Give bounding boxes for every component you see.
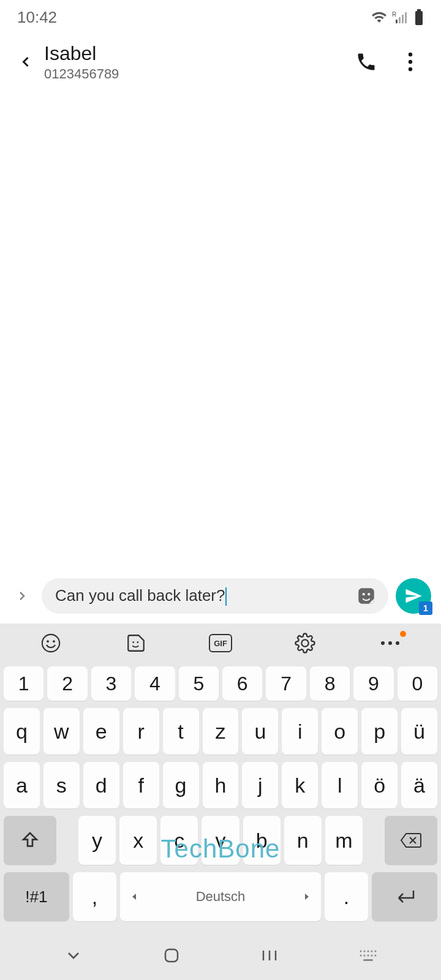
svg-point-22 (396, 641, 399, 645)
nav-recent[interactable] (251, 937, 288, 974)
key-5[interactable]: 5 (179, 666, 219, 701)
home-icon (162, 946, 181, 965)
key-t[interactable]: t (163, 708, 199, 755)
key-6[interactable]: 6 (222, 666, 262, 701)
key-w[interactable]: w (43, 708, 80, 755)
key-c[interactable]: c (160, 816, 198, 865)
key-e[interactable]: e (83, 708, 119, 755)
key-8[interactable]: 8 (310, 666, 350, 701)
svg-point-36 (375, 955, 377, 957)
emoji-button[interactable] (35, 627, 67, 659)
compose-input[interactable]: Can you call back later? (42, 578, 388, 614)
letter-row-3: y x c v b n m (4, 816, 437, 865)
phone-icon (355, 51, 377, 73)
more-options-button[interactable] (397, 48, 424, 75)
key-1[interactable]: 1 (4, 666, 43, 701)
key-o[interactable]: o (322, 708, 358, 755)
key-r[interactable]: r (123, 708, 159, 755)
key-j[interactable]: j (242, 762, 278, 809)
gif-icon: GIF (208, 633, 233, 653)
key-f[interactable]: f (123, 762, 159, 809)
key-l[interactable]: l (322, 762, 358, 809)
key-oe[interactable]: ö (361, 762, 398, 809)
send-button[interactable]: 1 (396, 578, 431, 614)
key-n[interactable]: n (284, 816, 322, 865)
enter-key[interactable] (372, 872, 437, 921)
notification-dot (400, 631, 406, 637)
svg-rect-3 (402, 15, 404, 23)
status-bar: 10:42 R (0, 0, 441, 34)
svg-point-17 (137, 641, 138, 643)
compose-row: Can you call back later? 1 (0, 572, 441, 624)
key-ae[interactable]: ä (401, 762, 437, 809)
svg-point-31 (375, 951, 377, 952)
sticker-button[interactable] (354, 584, 379, 608)
key-s[interactable]: s (43, 762, 80, 809)
key-u[interactable]: u (242, 708, 278, 755)
nav-hide-keyboard[interactable] (55, 937, 92, 974)
key-0[interactable]: 0 (398, 666, 437, 701)
settings-button[interactable] (289, 627, 321, 659)
key-v[interactable]: v (202, 816, 239, 865)
nav-home[interactable] (153, 937, 190, 974)
key-y[interactable]: y (78, 816, 116, 865)
key-a[interactable]: a (4, 762, 40, 809)
nav-keyboard-switch[interactable] (349, 937, 386, 974)
more-keyboard-button[interactable] (374, 627, 406, 659)
key-2[interactable]: 2 (47, 666, 87, 701)
comma-key[interactable]: , (73, 872, 116, 921)
key-i[interactable]: i (282, 708, 318, 755)
period-key[interactable]: . (325, 872, 368, 921)
arrow-right-icon (303, 892, 310, 901)
key-h[interactable]: h (203, 762, 239, 809)
gear-icon (295, 633, 315, 654)
key-d[interactable]: d (83, 762, 119, 809)
key-4[interactable]: 4 (135, 666, 175, 701)
sim-badge: 1 (419, 601, 432, 615)
back-button[interactable] (12, 48, 39, 75)
key-9[interactable]: 9 (353, 666, 393, 701)
gif-button[interactable]: GIF (205, 627, 236, 659)
more-vertical-icon (408, 52, 413, 72)
chevron-left-icon (17, 53, 34, 70)
signal-icon: R (392, 11, 409, 23)
key-m[interactable]: m (325, 816, 363, 865)
space-key[interactable]: Deutsch (120, 872, 321, 921)
svg-point-12 (368, 593, 370, 595)
key-7[interactable]: 7 (266, 666, 306, 701)
svg-point-27 (360, 951, 362, 952)
contact-info[interactable]: Isabel 0123456789 (44, 42, 353, 82)
key-p[interactable]: p (361, 708, 398, 755)
shift-key[interactable] (4, 816, 56, 865)
expand-button[interactable] (10, 584, 34, 608)
emoji-icon (40, 633, 61, 654)
symbols-key[interactable]: !#1 (4, 872, 69, 921)
backspace-key[interactable] (385, 816, 437, 865)
key-3[interactable]: 3 (91, 666, 131, 701)
recent-icon (261, 948, 278, 963)
svg-point-34 (368, 955, 369, 957)
key-k[interactable]: k (282, 762, 318, 809)
call-button[interactable] (353, 48, 380, 75)
key-q[interactable]: q (4, 708, 40, 755)
sticker-outline-icon (126, 633, 146, 654)
conversation-area[interactable] (0, 88, 441, 572)
svg-point-15 (53, 640, 55, 643)
sticker-keyboard-button[interactable] (120, 627, 152, 659)
keyboard: GIF 1 2 3 4 5 6 7 8 9 0 q w e r t (0, 624, 441, 980)
key-z[interactable]: z (203, 708, 239, 755)
keyboard-switch-icon (358, 949, 377, 962)
svg-point-16 (132, 641, 134, 643)
keyboard-keys: 1 2 3 4 5 6 7 8 9 0 q w e r t z u i o p … (0, 663, 441, 931)
key-x[interactable]: x (119, 816, 157, 865)
svg-point-29 (368, 951, 369, 952)
key-g[interactable]: g (163, 762, 199, 809)
key-ue[interactable]: ü (401, 708, 437, 755)
enter-icon (393, 887, 417, 907)
key-b[interactable]: b (243, 816, 281, 865)
chevron-down-icon (64, 946, 83, 965)
svg-point-30 (371, 951, 373, 952)
svg-point-28 (364, 951, 366, 952)
svg-point-21 (388, 641, 392, 645)
backspace-icon (399, 831, 423, 850)
